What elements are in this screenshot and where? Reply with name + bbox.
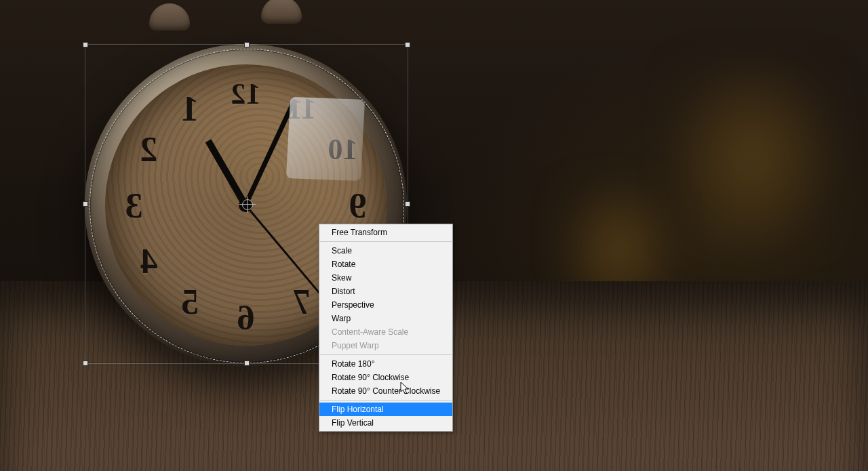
menu-item-flip-vertical[interactable]: Flip Vertical <box>319 416 452 430</box>
menu-item-free-transform[interactable]: Free Transform <box>319 226 452 239</box>
transform-handle[interactable] <box>83 361 88 366</box>
menu-separator <box>320 400 452 401</box>
transform-handle[interactable] <box>83 42 88 47</box>
transform-context-menu[interactable]: Free TransformScaleRotateSkewDistortPers… <box>319 224 453 432</box>
transform-pivot-icon[interactable] <box>242 199 253 210</box>
menu-item-rotate-90-counter-clockwise[interactable]: Rotate 90° Counter Clockwise <box>319 384 452 398</box>
menu-item-rotate-180[interactable]: Rotate 180° <box>319 357 452 371</box>
transform-handle[interactable] <box>405 42 410 47</box>
editor-canvas[interactable]: 121234567891011 Free TransformScaleRotat… <box>0 0 868 471</box>
menu-item-perspective[interactable]: Perspective <box>319 298 452 312</box>
menu-separator <box>320 354 452 355</box>
transform-handle[interactable] <box>405 201 410 207</box>
transform-handle[interactable] <box>244 361 250 366</box>
transform-handle[interactable] <box>83 201 88 207</box>
menu-item-scale[interactable]: Scale <box>319 244 452 258</box>
menu-item-rotate-90-clockwise[interactable]: Rotate 90° Clockwise <box>319 371 452 384</box>
background-blur <box>665 54 841 258</box>
menu-item-flip-horizontal[interactable]: Flip Horizontal <box>319 403 452 416</box>
menu-item-content-aware-scale: Content-Aware Scale <box>319 325 452 339</box>
menu-item-rotate[interactable]: Rotate <box>319 258 452 271</box>
menu-separator <box>320 241 452 242</box>
menu-item-skew[interactable]: Skew <box>319 271 452 285</box>
transform-handle[interactable] <box>244 42 250 47</box>
menu-item-warp[interactable]: Warp <box>319 312 452 325</box>
menu-item-distort[interactable]: Distort <box>319 285 452 298</box>
menu-item-puppet-warp: Puppet Warp <box>319 339 452 352</box>
